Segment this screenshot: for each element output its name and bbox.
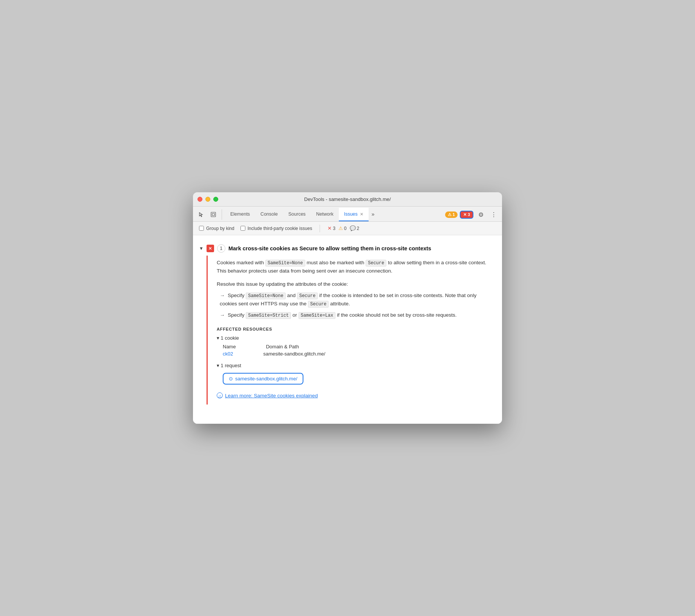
devtools-window: DevTools - samesite-sandbox.glitch.me/ E… [193, 192, 502, 424]
issue-chevron-icon: ▼ [199, 246, 204, 251]
cookie-domain: samesite-sandbox.glitch.me/ [263, 351, 325, 357]
filter-counts: ✕ 3 ⚠ 0 💬 2 [328, 225, 359, 231]
close-button[interactable] [197, 197, 202, 202]
request-link-text: samesite-sandbox.glitch.me/ [235, 376, 297, 382]
tab-console[interactable]: Console [255, 208, 283, 221]
issue-description: Cookies marked with SameSite=None must a… [217, 259, 493, 275]
error-badge[interactable]: ✕ 3 [460, 211, 473, 219]
cookie-table-header: Name Domain & Path [223, 344, 493, 349]
col-domain: Domain & Path [266, 344, 299, 349]
warning-count-icon: ⚠ [338, 225, 343, 231]
toolbar-icons [196, 209, 222, 220]
learn-more-text: Learn more: SameSite cookies explained [225, 393, 318, 398]
request-section: ▾ 1 request ⊙ samesite-sandbox.glitch.me… [217, 363, 493, 385]
tab-issues[interactable]: Issues ✕ [339, 208, 369, 221]
resolve-text: Resolve this issue by updating the attri… [217, 281, 493, 287]
info-count-badge: 💬 2 [350, 225, 360, 231]
filter-divider [320, 225, 320, 232]
issue-error-icon: ✕ [207, 245, 214, 252]
issue-header[interactable]: ▼ ✕ 1 Mark cross-site cookies as Secure … [193, 241, 502, 256]
inspect-icon[interactable] [208, 209, 219, 220]
cookie-table: Name Domain & Path ck02 samesite-sandbox… [217, 344, 493, 357]
issue-body: Cookies marked with SameSite=None must a… [207, 256, 502, 405]
request-section-label: ▾ 1 request [217, 363, 241, 368]
tab-close-icon[interactable]: ✕ [360, 212, 363, 217]
title-bar: DevTools - samesite-sandbox.glitch.me/ [193, 192, 502, 207]
warning-badge[interactable]: ⚠ 1 [445, 211, 458, 218]
cookie-section: ▾ 1 cookie Name Domain & Path ck02 sames… [217, 335, 493, 357]
code-samesite-lax: SameSite=Lax [299, 312, 335, 319]
svg-rect-0 [211, 212, 216, 217]
filter-bar: Group by kind Include third-party cookie… [193, 222, 502, 235]
arrow-icon-1: → [220, 293, 225, 298]
code-secure-2: Secure [297, 293, 318, 299]
maximize-button[interactable] [213, 197, 218, 202]
issue-step-2: → Specify SameSite=Strict or SameSite=La… [217, 311, 493, 319]
circle-arrow-icon: → [217, 392, 223, 398]
issue-step-1: → Specify SameSite=None and Secure if th… [217, 291, 493, 308]
affected-resources: AFFECTED RESOURCES ▾ 1 cookie Name Domai… [217, 327, 493, 385]
learn-more-link[interactable]: → Learn more: SameSite cookies explained [217, 392, 318, 398]
issue-steps: → Specify SameSite=None and Secure if th… [217, 291, 493, 320]
issue-title: Mark cross-site cookies as Secure to all… [228, 245, 431, 251]
request-link-container: ⊙ samesite-sandbox.glitch.me/ [217, 371, 493, 385]
code-secure-3: Secure [308, 301, 329, 308]
warning-count-badge: ⚠ 0 [338, 225, 347, 231]
code-samesite-strict: SameSite=Strict [246, 312, 291, 319]
svg-rect-1 [212, 213, 214, 216]
third-party-checkbox[interactable] [240, 226, 245, 231]
group-by-kind-checkbox[interactable] [199, 226, 204, 231]
error-count-badge: ✕ 3 [328, 225, 335, 231]
more-options-icon[interactable]: ⋮ [488, 209, 499, 220]
tab-elements[interactable]: Elements [225, 208, 255, 221]
issue-count-bubble: 1 [217, 244, 225, 253]
tab-sources[interactable]: Sources [283, 208, 311, 221]
learn-more: → Learn more: SameSite cookies explained [217, 392, 493, 398]
col-name: Name [223, 344, 236, 349]
warning-icon: ⚠ [448, 212, 452, 217]
request-link[interactable]: ⊙ samesite-sandbox.glitch.me/ [223, 373, 303, 385]
request-section-header[interactable]: ▾ 1 request [217, 363, 493, 368]
code-secure-1: Secure [366, 260, 386, 267]
error-icon: ✕ [463, 212, 467, 217]
affected-title: AFFECTED RESOURCES [217, 327, 493, 331]
tab-bar: Elements Console Sources Network Issues … [193, 207, 502, 222]
code-samesite-none-1: SameSite=None [265, 260, 305, 267]
table-row: ck02 samesite-sandbox.glitch.me/ [223, 351, 493, 357]
request-link-icon: ⊙ [229, 376, 233, 382]
third-party-label[interactable]: Include third-party cookie issues [240, 226, 312, 231]
settings-icon[interactable]: ⚙ [476, 209, 486, 220]
cursor-icon[interactable] [196, 209, 207, 220]
window-title: DevTools - samesite-sandbox.glitch.me/ [304, 196, 391, 202]
more-tabs-button[interactable]: » [369, 210, 378, 219]
traffic-lights [197, 197, 218, 202]
cookie-section-header[interactable]: ▾ 1 cookie [217, 335, 493, 341]
code-samesite-none-2: SameSite=None [246, 293, 286, 299]
arrow-icon-2: → [220, 312, 225, 318]
cookie-section-label: ▾ 1 cookie [217, 335, 239, 341]
group-by-kind-label[interactable]: Group by kind [199, 226, 234, 231]
tab-network[interactable]: Network [311, 208, 339, 221]
tab-bar-right: ⚠ 1 ✕ 3 ⚙ ⋮ [445, 209, 499, 220]
info-count-icon: 💬 [350, 225, 356, 231]
error-count-icon: ✕ [328, 225, 332, 231]
cookie-name-link[interactable]: ck02 [223, 351, 233, 357]
main-content: ▼ ✕ 1 Mark cross-site cookies as Secure … [193, 235, 502, 424]
minimize-button[interactable] [205, 197, 210, 202]
